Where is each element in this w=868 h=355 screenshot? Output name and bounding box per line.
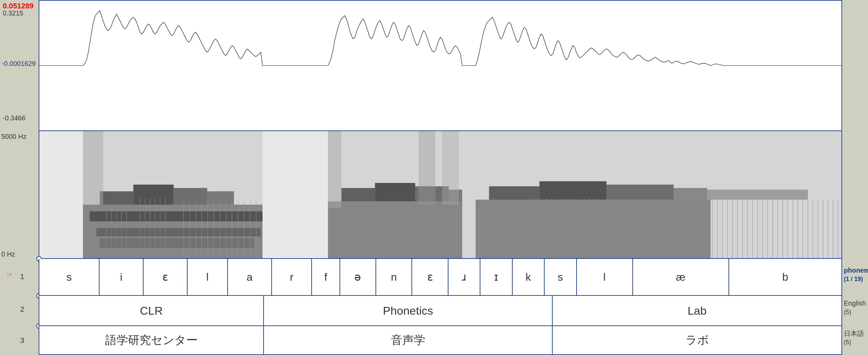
waveform-center-label: -0.0001629: [2, 60, 36, 68]
svg-rect-73: [674, 188, 707, 200]
svg-rect-41: [341, 188, 375, 201]
svg-rect-148: [418, 131, 435, 205]
phoneme-k[interactable]: k: [513, 259, 545, 295]
phoneme-l2[interactable]: l: [577, 259, 633, 295]
spectrogram-svg: [39, 131, 841, 258]
tier-phoneme-count: (1 / 19): [844, 275, 868, 283]
tier-phoneme-label-text: phoneme: [844, 266, 868, 275]
svg-rect-71: [539, 181, 607, 200]
tier-phoneme-label: phoneme (1 / 19): [844, 266, 868, 283]
svg-rect-13: [90, 212, 262, 222]
japanese-cells: 語学研究センター 音声学 ラボ: [39, 326, 841, 354]
english-clr[interactable]: CLR: [39, 296, 264, 325]
tier-english-count: (5): [844, 308, 866, 316]
svg-rect-10: [133, 185, 174, 205]
svg-rect-74: [707, 190, 808, 200]
spec-bottom-label: 0 Hz: [1, 251, 15, 258]
waveform-top-label: 0.3215: [3, 9, 23, 17]
svg-rect-69: [476, 200, 711, 258]
tier-english-label-text: English: [844, 298, 866, 308]
phoneme-s[interactable]: s: [39, 259, 99, 295]
svg-rect-15: [100, 238, 254, 248]
waveform-svg: [39, 1, 841, 130]
svg-rect-14: [96, 228, 261, 236]
main-container: 0.051289 0.3215 -0.0001629 -0.3466 5000 …: [0, 0, 868, 355]
tier-english[interactable]: CLR Phonetics Lab: [39, 296, 842, 326]
phoneme-small-i[interactable]: ɪ: [480, 259, 512, 295]
phoneme-ae[interactable]: æ: [633, 259, 729, 295]
english-cells: CLR Phonetics Lab: [39, 296, 841, 325]
svg-rect-7: [262, 131, 328, 258]
tier1-number: 1: [20, 272, 24, 281]
phoneme-a[interactable]: a: [228, 259, 272, 295]
svg-rect-9: [100, 191, 133, 205]
tier-japanese-label-text: 日本語: [844, 329, 864, 338]
svg-rect-6: [39, 131, 83, 258]
phoneme-epsilon2[interactable]: ɛ: [412, 259, 448, 295]
tier2-number: 2: [20, 305, 24, 314]
phoneme-l1[interactable]: l: [188, 259, 227, 295]
phoneme-epsilon1[interactable]: ɛ: [144, 259, 188, 295]
spec-top-label: 5000 Hz: [1, 133, 27, 140]
japanese-phonetics[interactable]: 音声学: [264, 326, 553, 354]
svg-rect-147: [328, 131, 342, 208]
phoneme-i[interactable]: i: [99, 259, 144, 295]
svg-rect-42: [375, 183, 415, 201]
tier-japanese[interactable]: 語学研究センター 音声学 ラボ: [39, 326, 842, 355]
phoneme-b[interactable]: b: [729, 259, 841, 295]
english-phonetics[interactable]: Phonetics: [264, 296, 553, 325]
phoneme-r[interactable]: r: [272, 259, 312, 295]
phoneme-schwa[interactable]: ə: [340, 259, 376, 295]
svg-rect-149: [442, 131, 459, 205]
svg-rect-70: [489, 186, 539, 200]
tier-english-label: English (5): [844, 298, 866, 316]
svg-rect-72: [607, 185, 674, 200]
svg-rect-146: [83, 131, 103, 205]
english-lab[interactable]: Lab: [553, 296, 841, 325]
phoneme-rhotic[interactable]: ɹ: [448, 259, 480, 295]
tier1-icon: ☞: [7, 270, 13, 279]
tier3-number: 3: [20, 336, 24, 345]
spectrogram-panel[interactable]: [39, 131, 842, 259]
tier-japanese-count: (5): [844, 338, 864, 347]
phoneme-f[interactable]: f: [312, 259, 340, 295]
phoneme-n[interactable]: n: [376, 259, 412, 295]
japanese-clr[interactable]: 語学研究センター: [39, 326, 264, 354]
waveform-panel[interactable]: [39, 0, 842, 131]
svg-rect-0: [39, 1, 841, 130]
tier-phoneme[interactable]: s i ɛ l a r f ə n ɛ ɹ ɪ k s: [39, 259, 842, 296]
tier-japanese-label: 日本語 (5): [844, 329, 864, 347]
svg-rect-12: [207, 191, 234, 205]
waveform-bottom-label: -0.3466: [3, 114, 26, 122]
phoneme-cells: s i ɛ l a r f ə n ɛ ɹ ɪ k s: [39, 259, 841, 295]
japanese-lab[interactable]: ラボ: [553, 326, 841, 354]
phoneme-s2[interactable]: s: [545, 259, 577, 295]
